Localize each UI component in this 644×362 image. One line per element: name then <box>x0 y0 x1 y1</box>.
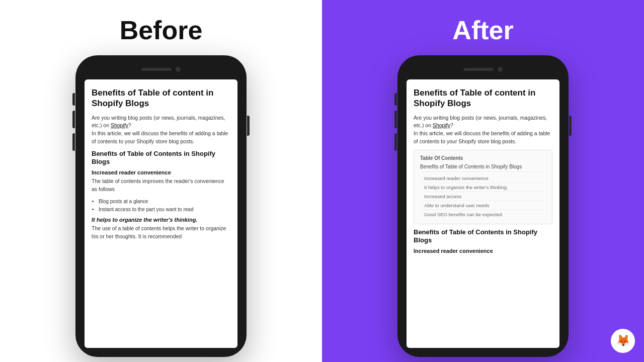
shopify-link-after[interactable]: Shopify <box>433 122 450 128</box>
after-intro: Are you writing blog posts (or news, jou… <box>414 114 552 146</box>
after-article-title: Benefits of Table of content in Shopify … <box>414 87 552 109</box>
after-notch-dot <box>498 67 503 72</box>
after-h2: Benefits of Table of Contents in Shopify… <box>414 228 552 245</box>
before-article-title: Benefits of Table of content in Shopify … <box>92 87 230 109</box>
before-screen: Benefits of Table of content in Shopify … <box>85 79 237 348</box>
before-body-2: The use of a table of contents helps the… <box>92 225 230 241</box>
after-panel: After Benefits of Table of content in Sh… <box>322 0 644 362</box>
before-phone: Benefits of Table of content in Shopify … <box>75 55 247 357</box>
notch-dot <box>176 67 181 72</box>
toc-sub-link-1[interactable]: Increased reader convenience <box>420 174 546 183</box>
after-vol-up-btn <box>394 111 397 128</box>
before-body-1: The table of contents improves the reade… <box>92 177 230 194</box>
after-notch <box>453 64 513 74</box>
after-silent-btn <box>394 93 397 106</box>
silent-btn <box>72 93 75 106</box>
before-h3-1: Increased reader convenience <box>92 169 230 175</box>
before-intro: Are you writing blog posts (or news, jou… <box>92 114 230 146</box>
before-title: Before <box>120 15 203 45</box>
after-power-btn <box>569 116 572 136</box>
vol-dn-btn <box>72 133 75 151</box>
list-item-1: Blog posts at a glance <box>99 198 230 206</box>
before-list: Blog posts at a glance Instant access to… <box>92 198 230 214</box>
toc-container: Table Of Contents Benefits of Table of C… <box>414 150 552 224</box>
shopify-link-before[interactable]: Shopify <box>111 122 128 128</box>
foxpay-icon: 🦊 <box>611 329 635 353</box>
before-h3-2: It helps to organize the writer's thinki… <box>92 217 230 223</box>
after-phone: Benefits of Table of content in Shopify … <box>397 55 569 357</box>
after-vol-dn-btn <box>394 133 397 151</box>
list-item-2: Instant access to the part you want to r… <box>99 206 230 214</box>
toc-sub-link-5[interactable]: Good SEO benefits can be expected. <box>420 210 546 219</box>
notch <box>131 64 191 74</box>
after-title: After <box>452 15 513 45</box>
after-notch-bar <box>407 64 559 78</box>
before-panel: Before Benefits of Table of content in S… <box>0 0 322 362</box>
before-h2: Benefits of Table of Contents in Shopify… <box>92 150 230 167</box>
toc-sub-link-4[interactable]: Able to understand user needs <box>420 201 546 210</box>
toc-sub-link-2[interactable]: It helps to organize the writer's thinki… <box>420 183 546 192</box>
toc-title: Table Of Contents <box>420 155 546 161</box>
after-h3-1: Increased reader convenience <box>414 248 552 254</box>
vol-up-btn <box>72 111 75 128</box>
power-btn-top <box>247 116 250 136</box>
notch-bar <box>85 64 237 78</box>
after-screen: Benefits of Table of content in Shopify … <box>407 79 559 348</box>
after-notch-pill <box>463 68 494 71</box>
toc-main-link[interactable]: Benefits of Table of Contents in Shopify… <box>420 164 546 172</box>
notch-pill <box>141 68 172 71</box>
toc-sub-link-3[interactable]: Increased access <box>420 192 546 201</box>
